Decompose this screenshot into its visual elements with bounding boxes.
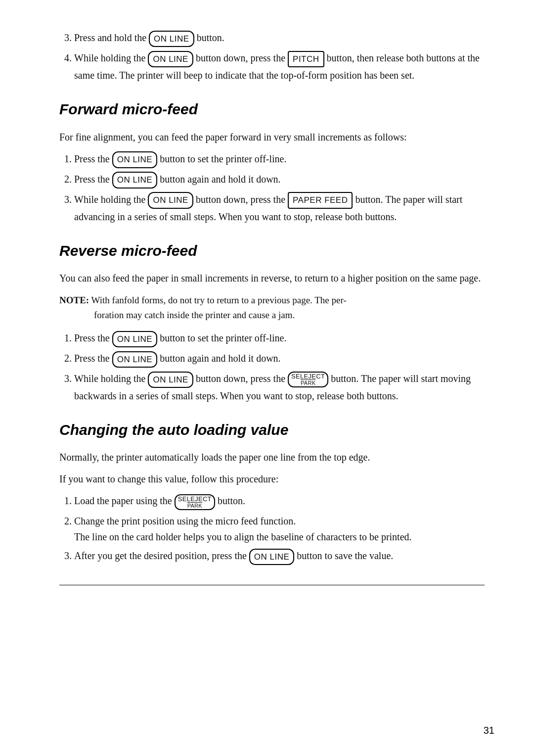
forward-microfeed-list: Press the ON LINE button to set the prin… xyxy=(74,151,485,225)
note-continuation: foration may catch inside the printer an… xyxy=(94,308,485,323)
list-item: While holding the ON LINE button down, p… xyxy=(74,191,485,225)
seleject-button-rev: SEL​EJECTPARK xyxy=(288,372,328,387)
intro-list: Press and hold the ON LINE button. While… xyxy=(74,30,485,83)
seleject-button-load: SEL​EJECTPARK xyxy=(175,494,215,510)
auto-loading-title: Changing the auto loading value xyxy=(59,419,485,442)
page: Press and hold the ON LINE button. While… xyxy=(0,0,534,756)
auto-loading-intro2: If you want to change this value, follow… xyxy=(59,471,485,487)
list-item: Load the paper using the SEL​EJECTPARK b… xyxy=(74,493,485,510)
online-button-rev-3: ON LINE xyxy=(148,372,193,388)
list-item: Press and hold the ON LINE button. xyxy=(74,30,485,47)
online-button-rev-1: ON LINE xyxy=(112,331,158,347)
content: Press and hold the ON LINE button. While… xyxy=(59,30,485,585)
paperfeed-button: PAPER FEED xyxy=(288,192,353,208)
page-number: 31 xyxy=(484,725,494,736)
reverse-microfeed-intro: You can also feed the paper in small inc… xyxy=(59,270,485,286)
page-divider xyxy=(59,585,485,585)
list-item: Press the ON LINE button to set the prin… xyxy=(74,151,485,168)
auto-loading-list: Load the paper using the SEL​EJECTPARK b… xyxy=(74,493,485,565)
list-item: Change the print position using the micr… xyxy=(74,513,485,545)
online-button-1: ON LINE xyxy=(149,31,194,47)
forward-microfeed-title: Forward micro-feed xyxy=(59,98,485,121)
online-button-auto: ON LINE xyxy=(249,549,295,565)
note-block: NOTE: With fanfold forms, do not try to … xyxy=(59,293,485,323)
online-button-2: ON LINE xyxy=(148,51,193,67)
list-item: Press the ON LINE button to set the prin… xyxy=(74,330,485,347)
list-item: While holding the ON LINE button down, p… xyxy=(74,50,485,83)
list-item: Press the ON LINE button again and hold … xyxy=(74,350,485,368)
online-button-fwd-2: ON LINE xyxy=(112,172,158,188)
reverse-microfeed-title: Reverse micro-feed xyxy=(59,239,485,263)
forward-microfeed-intro: For fine alignment, you can feed the pap… xyxy=(59,129,485,145)
online-button-fwd-3: ON LINE xyxy=(148,192,193,208)
list-item: While holding the ON LINE button down, p… xyxy=(74,371,485,404)
online-button-rev-2: ON LINE xyxy=(112,351,158,368)
pitch-button: PITCH xyxy=(288,51,324,67)
list-item: Press the ON LINE button again and hold … xyxy=(74,171,485,189)
reverse-microfeed-list: Press the ON LINE button to set the prin… xyxy=(74,330,485,404)
auto-loading-intro1: Normally, the printer automatically load… xyxy=(59,449,485,465)
list-item: After you get the desired position, pres… xyxy=(74,548,485,565)
online-button-fwd-1: ON LINE xyxy=(112,151,158,168)
note-label: NOTE: With fanfold forms, do not try to … xyxy=(59,295,347,305)
